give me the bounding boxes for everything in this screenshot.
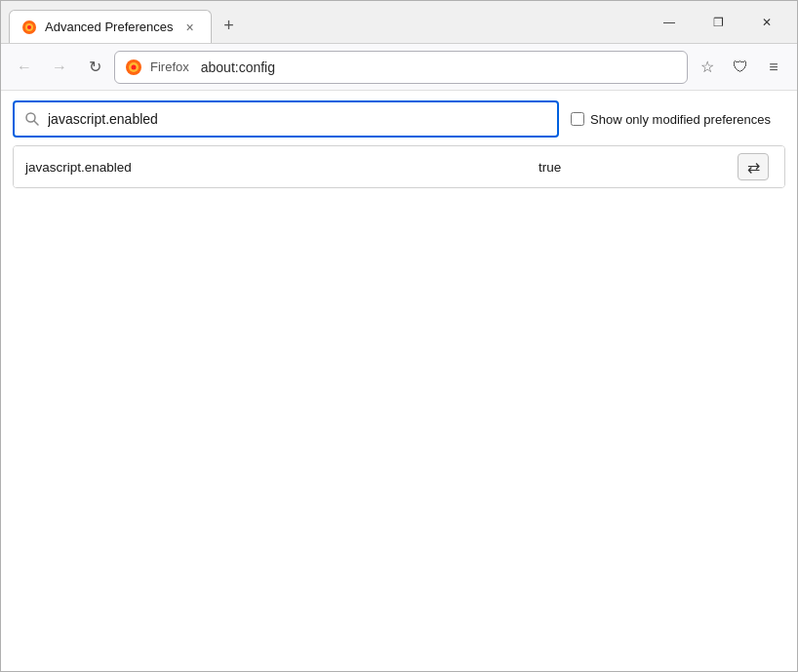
active-tab[interactable]: Advanced Preferences × bbox=[9, 10, 212, 43]
pref-name: javascript.enabled bbox=[25, 160, 539, 175]
forward-button[interactable]: → bbox=[44, 52, 75, 83]
svg-point-2 bbox=[27, 25, 31, 29]
address-text: about:config bbox=[201, 59, 275, 75]
shield-button[interactable]: 🛡 bbox=[725, 52, 756, 83]
search-input[interactable] bbox=[48, 111, 547, 127]
filter-row: Show only modified preferences bbox=[571, 112, 771, 127]
search-icon bbox=[24, 111, 40, 127]
menu-icon: ≡ bbox=[769, 59, 778, 76]
titlebar: Advanced Preferences × + — ❐ ✕ bbox=[1, 1, 797, 44]
tab-favicon bbox=[21, 20, 37, 35]
new-tab-button[interactable]: + bbox=[216, 13, 243, 40]
shield-icon: 🛡 bbox=[733, 59, 748, 76]
modified-only-label: Show only modified preferences bbox=[590, 112, 771, 127]
close-button[interactable]: ✕ bbox=[744, 7, 789, 38]
menu-button[interactable]: ≡ bbox=[758, 52, 789, 83]
window-controls: — ❐ ✕ bbox=[647, 7, 789, 38]
pref-value: true bbox=[539, 160, 734, 175]
back-button[interactable]: ← bbox=[9, 52, 40, 83]
refresh-icon: ↻ bbox=[89, 58, 101, 76]
tabs-area: Advanced Preferences × + bbox=[9, 1, 647, 43]
refresh-button[interactable]: ↻ bbox=[79, 52, 110, 83]
search-row: Show only modified preferences bbox=[13, 100, 785, 138]
nav-right-buttons: ☆ 🛡 ≡ bbox=[692, 52, 789, 83]
firefox-logo-icon bbox=[125, 59, 142, 76]
address-bar[interactable]: Firefox about:config bbox=[114, 51, 688, 84]
maximize-button[interactable]: ❐ bbox=[696, 7, 740, 38]
browser-window: Advanced Preferences × + — ❐ ✕ ← → ↻ bbox=[0, 0, 798, 672]
tab-close-button[interactable]: × bbox=[181, 19, 199, 36]
results-table: javascript.enabled true ⇄ bbox=[13, 145, 785, 188]
bookmark-button[interactable]: ☆ bbox=[692, 52, 723, 83]
bookmark-icon: ☆ bbox=[700, 58, 714, 76]
pref-action: ⇄ bbox=[734, 153, 773, 180]
browser-name: Firefox bbox=[150, 59, 189, 74]
toggle-button[interactable]: ⇄ bbox=[738, 153, 769, 180]
svg-point-5 bbox=[132, 64, 137, 69]
table-row: javascript.enabled true ⇄ bbox=[14, 146, 784, 187]
svg-line-7 bbox=[34, 121, 38, 125]
minimize-button[interactable]: — bbox=[647, 7, 692, 38]
navbar: ← → ↻ Firefox about:config ☆ 🛡 bbox=[1, 44, 797, 91]
search-box bbox=[13, 100, 559, 138]
forward-icon: → bbox=[52, 59, 67, 76]
tab-title: Advanced Preferences bbox=[45, 20, 174, 34]
page-content: Show only modified preferences javascrip… bbox=[1, 91, 797, 671]
back-icon: ← bbox=[17, 59, 32, 76]
modified-only-checkbox[interactable] bbox=[571, 112, 584, 126]
